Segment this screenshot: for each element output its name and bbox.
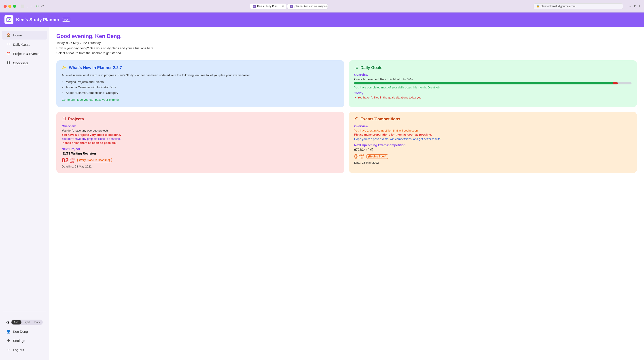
tab1-label: Ken's Study Plan... [257,5,280,8]
sidebar-item-checklists[interactable]: Checklists [2,58,47,67]
theme-auto[interactable]: Auto [12,320,22,325]
minimize-button[interactable] [8,5,12,8]
chevron-down-icon[interactable]: ⌄ [26,4,29,8]
deadline-badge: (Very Close to Deadline) [77,158,112,162]
card-projects: Projects Overview You don't have any ove… [56,112,344,173]
app-title: Ken's Study Planner [16,17,60,22]
main-content: Good evening, Ken Deng. Today is 26 May … [49,27,644,360]
exams-title-text: Exams/Competitions [360,117,400,122]
theme-icon: ◑ [6,320,9,324]
feature-2: Added a Calendar with Indicator Dots [66,85,339,90]
days-left-block: 02 Days Left [62,157,75,164]
projects-warning2: You don't have any projects close to dea… [62,137,339,141]
days-label: Days Left [70,157,75,164]
daily-goals-today-label: Today [354,91,632,95]
tab-study-plan[interactable]: Ken's Study Plan... ✕ [250,3,286,9]
today-unfilled-text: You haven't filled in the goals situatio… [358,96,422,99]
tab-bar: Ken's Study Plan... ✕ planner.kenstudyjo… [47,3,531,9]
browser-chrome: ⬜ ⌄ ‹ › ⟳ 🛡 Ken's Study Plan... ✕ planne… [0,0,644,12]
projects-title-text: Projects [68,117,84,122]
whats-new-title: ✨ What's New in Planner 2.2.7 [62,65,339,70]
tab2-label: planner.kenstudyjourney.com [294,5,328,8]
sidebar-item-projects[interactable]: 📅 Projects & Events [2,49,47,58]
sidebar-item-user[interactable]: 👤 Ken Deng [2,327,47,336]
forward-icon: › [34,4,35,8]
whats-new-body: A Level international exam is in progres… [62,73,339,102]
tab-planner[interactable]: planner.kenstudyjourney.com ✕ [287,3,328,9]
theme-light[interactable]: Light [22,320,32,325]
new-tab-icon[interactable]: + [638,4,640,8]
app-logo [4,15,14,24]
exam-begins-badge: (Begins Soon) [366,154,388,159]
sidebar-user-label: Ken Deng [13,330,28,334]
exams-overview-label: Overview [354,124,632,128]
sidebar-nav: 🏠 Home Daily Goals 📅 Projects & Events C… [0,30,49,308]
goals-list-icon [354,65,358,70]
project-name: IELTS Writing Revision [62,152,339,155]
exam-days-num: 0 [354,154,358,160]
projects-box-icon [62,117,66,122]
calendar-icon: 📅 [6,52,11,56]
home-icon: 🏠 [6,33,11,37]
daily-goals-title: Daily Goals [354,65,632,70]
theme-switcher: ◑ Auto Light Dark [2,318,47,327]
shield-icon: 🛡 [41,4,44,8]
exam-name: 9702/34 (PM) [354,148,632,151]
exam-days-text2: Left [359,157,363,160]
sidebar-item-home[interactable]: 🏠 Home [2,31,47,39]
sidebar-item-projects-label: Projects & Events [13,52,39,56]
card-daily-goals: Daily Goals Overview Goals Achievement R… [349,60,637,107]
tab-planner-icon [290,5,293,8]
card-whats-new: ✨ What's New in Planner 2.2.7 A Level in… [56,60,344,107]
x-icon: ✕ [354,96,357,99]
app-body: 🏠 Home Daily Goals 📅 Projects & Events C… [0,27,644,360]
daily-goals-title-text: Daily Goals [360,65,382,70]
browser-actions: ⋯ ⬆ + [628,4,640,8]
sidebar-item-logout[interactable]: ↩ Log out [2,346,47,354]
feature-1: Merged Projects and Events [66,79,339,84]
sidebar-item-daily-goals[interactable]: Daily Goals [2,40,47,49]
sidebar-toggle-icon[interactable]: ⬜ [20,4,24,8]
maximize-button[interactable] [13,5,16,8]
tab1-close-icon[interactable]: ✕ [282,5,284,7]
exams-title: Exams/Competitions [354,117,632,122]
back-icon[interactable]: ‹ [31,4,32,8]
address-bar[interactable]: 🔒 planner.kenstudyjourney.com [534,3,623,9]
projects-title: Projects [62,117,339,122]
whats-new-cta: Come on! Hope you can pass your exams! [62,97,339,102]
projects-overview-label: Overview [62,124,339,128]
whats-new-desc: A Level international exam is in progres… [62,73,339,78]
sidebar-item-settings[interactable]: ⚙ Settings [2,336,47,345]
whats-new-features: Merged Projects and Events Added a Calen… [66,79,339,95]
more-icon[interactable]: ⋯ [628,4,631,8]
days-text1: Days [70,157,75,160]
sparkles-icon: ✨ [62,65,67,70]
card-exams: Exams/Competitions Overview You have 1 e… [349,112,637,173]
logout-icon: ↩ [6,348,11,352]
close-button[interactable] [4,5,7,8]
greeting: Good evening, Ken Deng. [56,33,637,39]
exam-warning1: You have 1 exam/competition that will be… [354,129,632,132]
sidebar-item-checklists-label: Checklists [13,61,28,65]
traffic-lights [4,5,16,8]
date-line: Today is 26 May 2022 Thursday [56,41,637,45]
sidebar-logout-label: Log out [13,348,24,352]
welcome-text: How is your day going? See your study pl… [56,46,637,50]
share-icon[interactable]: ⬆ [633,4,636,8]
theme-dark[interactable]: Dark [32,320,42,325]
exam-hope: Hope you can pass exams, win competition… [354,137,632,141]
ipv6-badge: IPv6 [62,18,70,22]
daily-goals-overview-label: Overview [354,73,632,77]
today-unfilled-msg: ✕ You haven't filled in the goals situat… [354,96,632,99]
refresh-icon[interactable]: ⟳ [36,4,39,8]
svg-rect-21 [62,117,65,120]
exam-warning2: Please make preparations for them as soo… [354,133,632,136]
address-text: planner.kenstudyjourney.com [541,5,576,8]
goals-achievement-text: Goals Achievement Rate This Month: 97.32… [354,77,632,81]
tab-study-icon [253,5,256,8]
goals-achievement-msg: You have completed most of your daily go… [354,86,632,89]
lock-icon: 🔒 [536,5,540,7]
days-text2: Left [70,160,74,163]
sidebar-divider [3,312,46,312]
exam-days-row: 0 Days Left (Begins Soon) [354,153,632,160]
